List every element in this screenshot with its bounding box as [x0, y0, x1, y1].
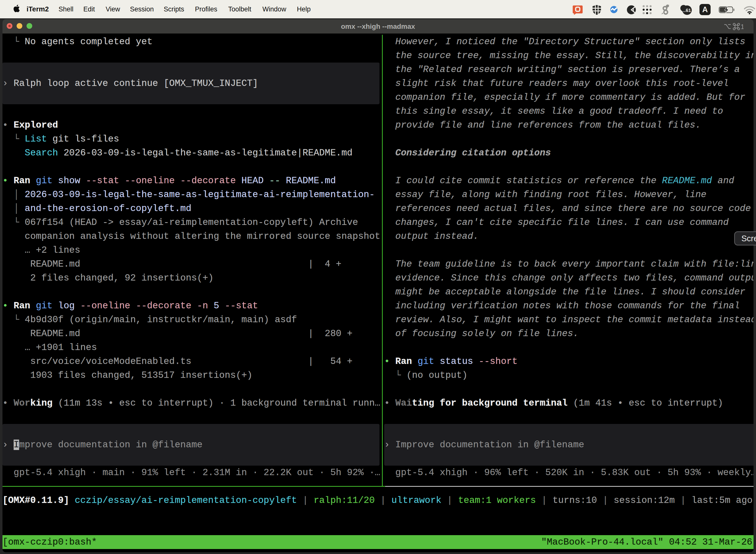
svg-text:1: 1 [741, 23, 744, 30]
svg-text:..61: ..61 [683, 8, 691, 13]
svg-text:A: A [702, 5, 708, 14]
